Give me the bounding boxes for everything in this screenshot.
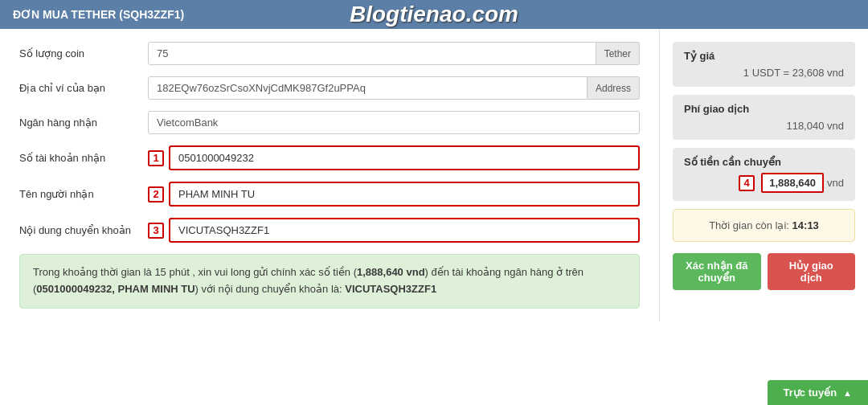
exchange-rate-value: 1 USDT = 23,608 vnd: [684, 67, 844, 79]
wallet-address-row: Địa chỉ ví của bạn Address: [19, 76, 640, 100]
right-panel: Tỷ giá 1 USDT = 23,608 vnd Phí giao dịch…: [659, 29, 868, 321]
transfer-content-label: Nội dung chuyển khoản: [19, 224, 148, 236]
wallet-address-addon: Address: [588, 76, 640, 100]
blog-name: Blogtienao: [350, 2, 466, 27]
badge-1: 1: [148, 150, 164, 166]
info-account: 0501000049232, PHAM MINH TU: [36, 283, 194, 295]
blog-domain: .com: [466, 2, 518, 27]
page-wrapper: ĐƠN MUA TETHER (SQH3ZZF1) Blogtienao.com…: [0, 0, 868, 405]
wallet-address-input[interactable]: [148, 76, 588, 100]
wallet-address-label: Địa chỉ ví của bạn: [19, 82, 148, 94]
coin-quantity-row: Số lượng coin Tether: [19, 42, 640, 65]
info-transfer-code: VICUTASQH3ZZF1: [345, 283, 436, 295]
order-title: ĐƠN MUA TETHER (SQH3ZZF1): [13, 8, 184, 21]
transfer-content-input-group: [169, 218, 640, 243]
exchange-rate-title: Tỷ giá: [684, 50, 844, 62]
bank-name-label: Ngân hàng nhận: [19, 117, 148, 129]
bank-name-input-group: [148, 111, 640, 134]
blog-logo: Blogtienao.com: [350, 2, 518, 27]
account-number-label: Số tài khoản nhận: [19, 152, 148, 164]
info-text-before: Trong khoảng thời gian là 15 phút , xin …: [33, 266, 583, 295]
recipient-name-label: Tên người nhận: [19, 188, 148, 200]
account-number-input[interactable]: [169, 145, 640, 170]
exchange-rate-box: Tỷ giá 1 USDT = 23,608 vnd: [673, 42, 855, 87]
fee-value: 118,040 vnd: [684, 120, 844, 132]
left-panel: Số lượng coin Tether Địa chỉ ví của bạn …: [0, 29, 659, 321]
action-buttons: Xác nhận đã chuyển Hủy giao dịch: [673, 253, 855, 290]
transfer-content-input[interactable]: [169, 218, 640, 243]
confirm-button[interactable]: Xác nhận đã chuyển: [673, 253, 761, 290]
badge-3: 3: [148, 223, 164, 239]
cancel-button[interactable]: Hủy giao dịch: [768, 253, 856, 290]
recipient-name-input[interactable]: [169, 182, 640, 207]
transfer-amount-title: Số tiền cần chuyển: [684, 156, 844, 168]
coin-quantity-addon: Tether: [596, 42, 640, 65]
transfer-amount-value: 1,888,640: [761, 173, 824, 193]
bank-name-row: Ngân hàng nhận: [19, 111, 640, 134]
online-status-bar[interactable]: Trực tuyến ▲: [768, 380, 868, 405]
badge-4: 4: [739, 175, 755, 191]
transfer-amount-value-row: 4 1,888,640 vnd: [684, 173, 844, 193]
info-box: Trong khoảng thời gian là 15 phút , xin …: [19, 254, 640, 309]
coin-quantity-input-group: Tether: [148, 42, 640, 65]
bank-name-input[interactable]: [148, 111, 640, 134]
recipient-name-row: Tên người nhận 2: [19, 182, 640, 207]
fee-title: Phí giao dịch: [684, 103, 844, 115]
badge-2: 2: [148, 186, 164, 202]
wallet-address-input-group: Address: [148, 76, 640, 100]
transfer-amount-box: Số tiền cần chuyển 4 1,888,640 vnd: [673, 148, 855, 201]
timer-value: 14:13: [792, 219, 819, 231]
coin-quantity-label: Số lượng coin: [19, 47, 148, 59]
timer-label: Thời gian còn lại:: [709, 219, 792, 231]
fee-box: Phí giao dịch 118,040 vnd: [673, 95, 855, 140]
account-number-input-group: [169, 145, 640, 170]
online-label: Trực tuyến: [784, 387, 837, 399]
transfer-amount-unit: vnd: [827, 177, 844, 189]
transfer-content-row: Nội dung chuyển khoản 3: [19, 218, 640, 243]
chevron-up-icon: ▲: [843, 388, 852, 398]
account-number-row: Số tài khoản nhận 1: [19, 145, 640, 170]
recipient-name-input-group: [169, 182, 640, 207]
info-amount: 1,888,640 vnd: [357, 266, 425, 278]
coin-quantity-input[interactable]: [148, 42, 596, 65]
page-header: ĐƠN MUA TETHER (SQH3ZZF1) Blogtienao.com: [0, 0, 868, 29]
main-content: Số lượng coin Tether Địa chỉ ví của bạn …: [0, 29, 868, 321]
timer-box: Thời gian còn lại: 14:13: [673, 209, 855, 242]
